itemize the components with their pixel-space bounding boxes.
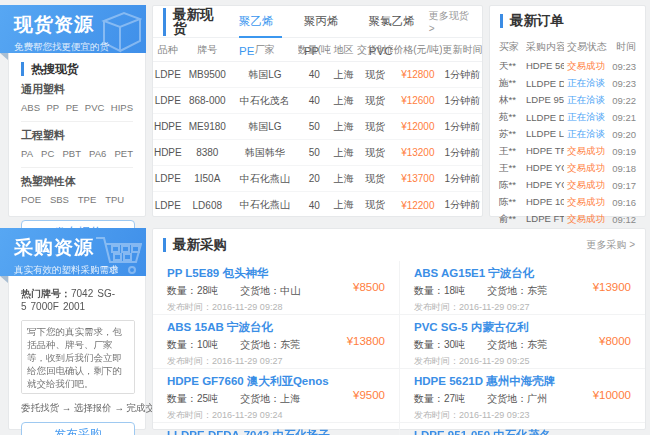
order-row[interactable]: 林** LDPE 951-050 中石... 正在洽谈 09:22 [490, 92, 645, 109]
hot-item-link[interactable]: PBT [62, 148, 80, 159]
purchase-delivery-label: 交货地： [487, 285, 527, 296]
more-spot-link[interactable]: 更多现货 > [429, 9, 472, 34]
more-purchases-link[interactable]: 更多采购 > [586, 238, 635, 252]
hot-item-link[interactable]: PA6 [89, 148, 106, 159]
hot-item-link[interactable]: POE [21, 194, 41, 205]
latest-purchases-card: 最新采购 更多采购 > PP L5E89 包头神华 数量：28吨交货地：中山 ¥… [152, 228, 646, 430]
purchase-card[interactable]: LDPE 951-050 中石化茂名 数量：10吨交货地：茂名 ¥12350 发… [399, 423, 645, 435]
spot-cell-price: ¥12200 [393, 200, 442, 211]
order-row[interactable]: 王** HDPE TR480 上海... 交易成功 09:19 [490, 143, 645, 160]
spot-cell-updated: 1分钟前 [442, 172, 481, 186]
purchase-publish-time: 发布时间：2016-11-29 09:24 [167, 409, 385, 422]
purchase-card[interactable]: ABS AG15E1 宁波台化 数量：18吨交货地：东莞 ¥13900 发布时间… [399, 261, 645, 315]
spot-table-row[interactable]: LDPE 1I50A 中石化燕山 20 上海 现货 ¥13700 1分钟前 [153, 166, 482, 192]
spot-cell-factory: 中石化茂名 [232, 94, 298, 108]
order-status-badge: 正在洽谈 [567, 111, 609, 124]
order-status-badge: 正在洽谈 [567, 94, 609, 107]
spot-cell-region: 上海 [331, 198, 357, 212]
order-content: LDPE 951-050 中石... [526, 94, 564, 107]
hot-grade-link[interactable]: 7000F [31, 301, 59, 312]
package-box-icon [90, 9, 142, 53]
purchase-steps: 委托找货 → 选择报价 → 完成交易 [9, 394, 145, 415]
purchase-card[interactable]: HDPE GF7660 澳大利亚Qenos 数量：25吨交货地：上海 ¥9500… [153, 369, 399, 423]
order-time: 09:21 [609, 112, 636, 123]
spot-table-row[interactable]: HDPE 8380 韩国韩华 50 上海 现货 ¥13200 1分钟前 [153, 140, 482, 166]
order-content: LLDPE DFDA-7042 ... [526, 78, 564, 89]
purchase-card[interactable]: LLDPE DFDA-7042 中石化扬子 数量：20吨交货地：常州 ¥9750… [153, 423, 399, 435]
spot-column-header: 牌号 [183, 43, 232, 57]
hot-item-link[interactable]: TPU [105, 194, 124, 205]
spot-cell-variety: HDPE [153, 147, 183, 158]
hot-grades-row: 热门牌号：7042SG-57000F2001 [9, 277, 145, 312]
orders-column-headers: 买家 采购内容 交易状态 时间 [490, 36, 645, 58]
spot-table-row[interactable]: HDPE ME9180 韩国LG 50 上海 现货 ¥12000 1分钟前 [153, 114, 482, 140]
purchase-price: ¥13800 [347, 335, 385, 347]
hot-item-link[interactable]: PC [41, 148, 54, 159]
hot-item-link[interactable]: ABS [21, 102, 40, 113]
purchase-quantity-value: 28吨 [197, 285, 218, 296]
purchase-card[interactable]: PP L5E89 包头神华 数量：28吨交货地：中山 ¥8500 发布时间：20… [153, 261, 399, 315]
hot-item-link[interactable]: TPE [78, 194, 96, 205]
spot-cell-factory: 韩国LG [232, 120, 298, 134]
order-content: LLDPE LL0220KJ 上... [526, 128, 564, 141]
purchase-publish-time: 发布时间：2016-11-29 09:28 [167, 301, 385, 314]
hot-group-items: PA PC PBT PA6 PET [21, 148, 133, 168]
spot-table-row[interactable]: LDPE 868-000 中石化茂名 40 上海 现货 ¥12600 1分钟前 [153, 88, 482, 114]
hot-grade-link[interactable]: 2001 [63, 301, 85, 312]
order-time: 09:17 [609, 180, 636, 191]
hot-item-link[interactable]: PET [114, 148, 132, 159]
spot-cell-variety: HDPE [153, 121, 183, 132]
orders-header-content: 采购内容 [526, 40, 564, 54]
purchase-delivery-label: 交货地： [240, 285, 280, 296]
order-buyer: 王** [499, 162, 523, 175]
hot-item-link[interactable]: SBS [50, 194, 69, 205]
hot-item-link[interactable]: PVC [85, 102, 105, 113]
purchase-delivery-value: 东莞 [527, 339, 547, 350]
hot-item-link[interactable]: PA [21, 148, 33, 159]
order-row[interactable]: 陈** HDPE YGH041 上... 交易成功 09:17 [490, 177, 645, 194]
purchase-card[interactable]: HDPE 5621D 惠州中海壳牌 数量：27吨交货地：广州 ¥10000 发布… [399, 369, 645, 423]
order-row[interactable]: 陈** HDPE 100N 中石化... 交易成功 09:16 [490, 194, 645, 211]
spot-cell-updated: 1分钟前 [442, 120, 481, 134]
hot-item-link[interactable]: PE [66, 102, 79, 113]
order-row[interactable]: 施** LLDPE DFDA-7042 ... 正在洽谈 09:23 [490, 75, 645, 92]
spot-cell-updated: 1分钟前 [442, 94, 481, 108]
purchase-title: PP L5E89 包头神华 [167, 266, 385, 281]
purchase-quantity-label: 数量： [414, 393, 444, 404]
spot-table-row[interactable]: LDPE MB9500 韩国LG 40 上海 现货 ¥12800 1分钟前 [153, 62, 482, 88]
hot-search-section: 热搜现货 通用塑料 ABS PP PE PVC HIPS 工程塑料 [9, 54, 145, 213]
order-row[interactable]: 苏** LLDPE LL0220KJ 上... 正在洽谈 09:20 [490, 126, 645, 143]
purchase-request-input[interactable] [21, 320, 135, 394]
latest-purchases-header: 最新采购 更多采购 > [153, 229, 645, 261]
order-row[interactable]: 苑** LLDPE DFDA-7042 ... 正在洽谈 09:21 [490, 109, 645, 126]
purchase-delivery-label: 交货地： [240, 339, 280, 350]
order-row[interactable]: 王** HDPE YGH041 上... 交易成功 09:18 [490, 160, 645, 177]
hot-item-link[interactable]: HIPS [111, 102, 133, 113]
publish-purchase-button[interactable]: 发布采购 [21, 422, 135, 435]
order-row[interactable]: 天** HDPE 5621D 惠州... 交易成功 09:23 [490, 58, 645, 75]
purchase-price: ¥8500 [353, 281, 385, 293]
spot-cell-grade: LD608 [183, 200, 232, 211]
spot-cell-grade: ME9180 [183, 121, 232, 132]
spot-cell-variety: LDPE [153, 200, 183, 211]
purchase-delivery-value: 东莞 [280, 339, 300, 350]
spot-tab[interactable]: 聚氯乙烯PVC [369, 6, 429, 38]
hot-grade-link[interactable]: 7042 [71, 288, 93, 299]
purchase-card[interactable]: PVC SG-5 内蒙古亿利 数量：30吨交货地：东莞 ¥8000 发布时间：2… [399, 315, 645, 369]
spot-table-row[interactable]: LDPE LD608 中石化燕山 40 上海 现货 ¥12200 1分钟前 [153, 192, 482, 218]
order-buyer: 陈** [499, 179, 523, 192]
order-row[interactable]: 俞** LDPE FT6230 北欧... 交易成功 09:12 [490, 211, 645, 228]
purchase-card[interactable]: ABS 15AB 宁波台化 数量：10吨交货地：东莞 ¥13800 发布时间：2… [153, 315, 399, 369]
order-status-badge: 正在洽谈 [567, 77, 609, 90]
order-status-badge: 交易成功 [567, 179, 609, 192]
spot-tab[interactable]: 聚丙烯PP [304, 6, 347, 38]
order-buyer: 王** [499, 145, 523, 158]
banner-fold [0, 276, 8, 283]
spot-tab[interactable]: 聚乙烯PE [239, 6, 282, 38]
order-content: LLDPE DFDA-7042 ... [526, 112, 564, 123]
spot-cell-price: ¥13700 [393, 173, 442, 184]
spot-cell-region: 上海 [331, 94, 357, 108]
hot-item-link[interactable]: PP [46, 102, 59, 113]
spot-cell-grade: 1I50A [183, 173, 232, 184]
order-time: 09:12 [609, 214, 636, 225]
